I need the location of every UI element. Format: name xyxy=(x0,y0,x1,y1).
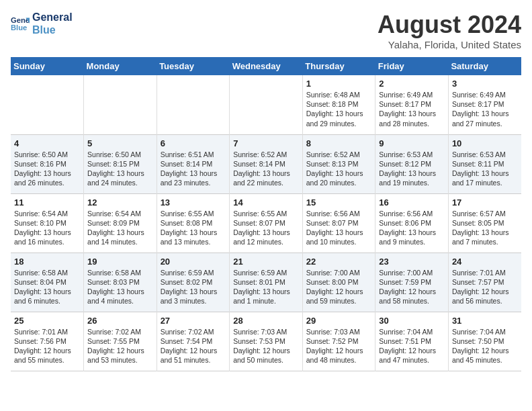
calendar-cell: 18Sunrise: 6:58 AM Sunset: 8:04 PM Dayli… xyxy=(11,253,84,312)
calendar-cell: 23Sunrise: 7:00 AM Sunset: 7:59 PM Dayli… xyxy=(375,253,449,312)
day-number: 21 xyxy=(233,257,299,267)
day-number: 16 xyxy=(379,197,445,208)
title-area: August 2024 Yalaha, Florida, United Stat… xyxy=(378,11,521,50)
calendar-cell: 9Sunrise: 6:53 AM Sunset: 8:12 PM Daylig… xyxy=(375,134,449,193)
day-number: 19 xyxy=(87,257,153,267)
day-number: 10 xyxy=(452,138,518,148)
calendar-cell: 30Sunrise: 7:04 AM Sunset: 7:51 PM Dayli… xyxy=(375,312,449,371)
cell-info: Sunrise: 6:55 AM Sunset: 8:08 PM Dayligh… xyxy=(161,209,226,247)
calendar-cell: 28Sunrise: 7:03 AM Sunset: 7:53 PM Dayli… xyxy=(230,312,303,371)
calendar-cell: 3Sunrise: 6:49 AM Sunset: 8:17 PM Daylig… xyxy=(448,75,521,134)
header-cell-thursday: Thursday xyxy=(302,57,375,75)
header-cell-tuesday: Tuesday xyxy=(157,57,230,75)
cell-info: Sunrise: 7:04 AM Sunset: 7:50 PM Dayligh… xyxy=(452,327,518,365)
cell-info: Sunrise: 6:50 AM Sunset: 8:16 PM Dayligh… xyxy=(14,150,80,188)
calendar-cell xyxy=(84,75,157,134)
cell-info: Sunrise: 6:54 AM Sunset: 8:09 PM Dayligh… xyxy=(87,209,153,247)
day-number: 8 xyxy=(306,138,372,148)
calendar-cell: 31Sunrise: 7:04 AM Sunset: 7:50 PM Dayli… xyxy=(448,312,521,371)
calendar-cell: 8Sunrise: 6:52 AM Sunset: 8:13 PM Daylig… xyxy=(302,134,375,193)
page-subtitle: Yalaha, Florida, United States xyxy=(378,39,521,50)
calendar-cell: 15Sunrise: 6:56 AM Sunset: 8:07 PM Dayli… xyxy=(302,193,375,253)
cell-info: Sunrise: 6:49 AM Sunset: 8:17 PM Dayligh… xyxy=(452,90,518,128)
day-number: 1 xyxy=(306,79,372,89)
calendar-cell: 2Sunrise: 6:49 AM Sunset: 8:17 PM Daylig… xyxy=(375,75,449,134)
calendar-cell: 10Sunrise: 6:53 AM Sunset: 8:11 PM Dayli… xyxy=(448,134,521,193)
cell-info: Sunrise: 6:57 AM Sunset: 8:05 PM Dayligh… xyxy=(452,209,518,247)
day-number: 5 xyxy=(87,138,153,148)
cell-info: Sunrise: 6:59 AM Sunset: 8:02 PM Dayligh… xyxy=(161,268,226,306)
cell-info: Sunrise: 6:53 AM Sunset: 8:12 PM Dayligh… xyxy=(379,150,445,188)
cell-info: Sunrise: 7:01 AM Sunset: 7:57 PM Dayligh… xyxy=(452,268,518,306)
page-title: August 2024 xyxy=(378,11,521,39)
calendar-cell: 16Sunrise: 6:56 AM Sunset: 8:06 PM Dayli… xyxy=(375,193,449,253)
calendar-cell: 25Sunrise: 7:01 AM Sunset: 7:56 PM Dayli… xyxy=(11,312,84,371)
day-number: 4 xyxy=(14,138,80,148)
cell-info: Sunrise: 7:04 AM Sunset: 7:51 PM Dayligh… xyxy=(379,327,445,365)
cell-info: Sunrise: 6:55 AM Sunset: 8:07 PM Dayligh… xyxy=(233,209,299,247)
day-number: 25 xyxy=(14,316,80,326)
cell-info: Sunrise: 6:58 AM Sunset: 8:04 PM Dayligh… xyxy=(14,268,80,306)
header-row: SundayMondayTuesdayWednesdayThursdayFrid… xyxy=(11,57,521,75)
week-row-5: 25Sunrise: 7:01 AM Sunset: 7:56 PM Dayli… xyxy=(11,312,521,371)
day-number: 3 xyxy=(452,79,518,89)
header-cell-sunday: Sunday xyxy=(11,57,84,75)
cell-info: Sunrise: 6:50 AM Sunset: 8:15 PM Dayligh… xyxy=(87,150,153,188)
logo-line1: General xyxy=(32,11,73,24)
calendar-table: SundayMondayTuesdayWednesdayThursdayFrid… xyxy=(11,57,521,371)
cell-info: Sunrise: 6:53 AM Sunset: 8:11 PM Dayligh… xyxy=(452,150,518,188)
cell-info: Sunrise: 7:03 AM Sunset: 7:53 PM Dayligh… xyxy=(233,327,299,365)
day-number: 7 xyxy=(233,138,299,148)
calendar-cell: 27Sunrise: 7:02 AM Sunset: 7:54 PM Dayli… xyxy=(157,312,230,371)
calendar-cell: 22Sunrise: 7:00 AM Sunset: 8:00 PM Dayli… xyxy=(302,253,375,312)
week-row-2: 4Sunrise: 6:50 AM Sunset: 8:16 PM Daylig… xyxy=(11,134,521,193)
cell-info: Sunrise: 6:56 AM Sunset: 8:06 PM Dayligh… xyxy=(379,209,445,247)
day-number: 12 xyxy=(87,197,153,208)
day-number: 6 xyxy=(161,138,226,148)
calendar-header: SundayMondayTuesdayWednesdayThursdayFrid… xyxy=(11,57,521,75)
cell-info: Sunrise: 6:54 AM Sunset: 8:10 PM Dayligh… xyxy=(14,209,80,247)
cell-info: Sunrise: 7:02 AM Sunset: 7:54 PM Dayligh… xyxy=(161,327,226,365)
logo-line2: Blue xyxy=(32,24,73,36)
svg-text:General: General xyxy=(11,16,30,24)
week-row-3: 11Sunrise: 6:54 AM Sunset: 8:10 PM Dayli… xyxy=(11,193,521,253)
day-number: 22 xyxy=(306,257,372,267)
week-row-1: 1Sunrise: 6:48 AM Sunset: 8:18 PM Daylig… xyxy=(11,75,521,134)
day-number: 27 xyxy=(161,316,226,326)
day-number: 28 xyxy=(233,316,299,326)
page-header: General Blue General Blue August 2024 Ya… xyxy=(11,11,521,50)
day-number: 24 xyxy=(452,257,518,267)
day-number: 18 xyxy=(14,257,80,267)
calendar-cell: 14Sunrise: 6:55 AM Sunset: 8:07 PM Dayli… xyxy=(230,193,303,253)
cell-info: Sunrise: 7:01 AM Sunset: 7:56 PM Dayligh… xyxy=(14,327,80,365)
calendar-cell: 26Sunrise: 7:02 AM Sunset: 7:55 PM Dayli… xyxy=(84,312,157,371)
header-cell-monday: Monday xyxy=(84,57,157,75)
cell-info: Sunrise: 6:49 AM Sunset: 8:17 PM Dayligh… xyxy=(379,90,445,128)
day-number: 2 xyxy=(379,79,445,89)
cell-info: Sunrise: 7:03 AM Sunset: 7:52 PM Dayligh… xyxy=(306,327,372,365)
calendar-cell: 5Sunrise: 6:50 AM Sunset: 8:15 PM Daylig… xyxy=(84,134,157,193)
calendar-body: 1Sunrise: 6:48 AM Sunset: 8:18 PM Daylig… xyxy=(11,75,521,371)
cell-info: Sunrise: 6:59 AM Sunset: 8:01 PM Dayligh… xyxy=(233,268,299,306)
calendar-cell xyxy=(11,75,84,134)
day-number: 31 xyxy=(452,316,518,326)
day-number: 17 xyxy=(452,197,518,208)
calendar-cell: 21Sunrise: 6:59 AM Sunset: 8:01 PM Dayli… xyxy=(230,253,303,312)
day-number: 30 xyxy=(379,316,445,326)
calendar-cell: 12Sunrise: 6:54 AM Sunset: 8:09 PM Dayli… xyxy=(84,193,157,253)
cell-info: Sunrise: 7:00 AM Sunset: 8:00 PM Dayligh… xyxy=(306,268,372,306)
header-cell-saturday: Saturday xyxy=(448,57,521,75)
calendar-cell xyxy=(157,75,230,134)
day-number: 9 xyxy=(379,138,445,148)
day-number: 14 xyxy=(233,197,299,208)
header-cell-wednesday: Wednesday xyxy=(230,57,303,75)
day-number: 26 xyxy=(87,316,153,326)
cell-info: Sunrise: 6:52 AM Sunset: 8:13 PM Dayligh… xyxy=(306,150,372,188)
cell-info: Sunrise: 6:58 AM Sunset: 8:03 PM Dayligh… xyxy=(87,268,153,306)
logo: General Blue General Blue xyxy=(11,11,73,36)
cell-info: Sunrise: 7:02 AM Sunset: 7:55 PM Dayligh… xyxy=(87,327,153,365)
header-cell-friday: Friday xyxy=(375,57,449,75)
day-number: 20 xyxy=(161,257,226,267)
cell-info: Sunrise: 6:48 AM Sunset: 8:18 PM Dayligh… xyxy=(306,90,372,128)
calendar-cell: 29Sunrise: 7:03 AM Sunset: 7:52 PM Dayli… xyxy=(302,312,375,371)
